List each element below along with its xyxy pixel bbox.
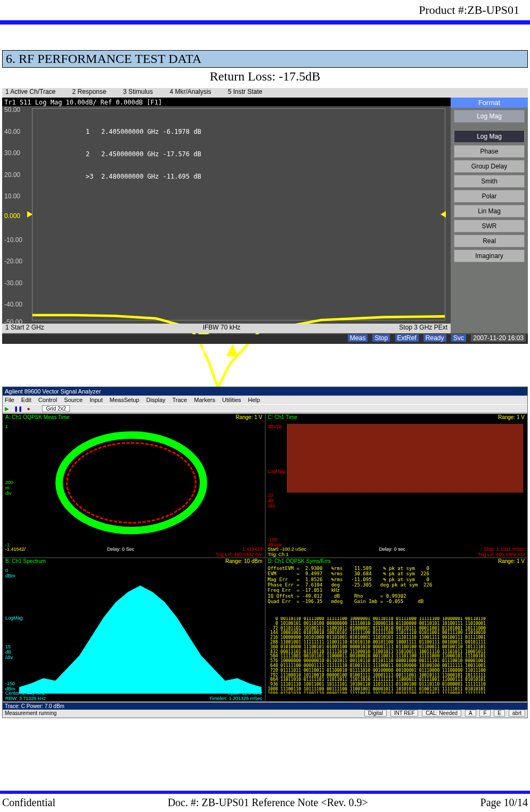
menu-item[interactable]: File [5,397,14,403]
foot-m: Delay: 0 sec [379,546,405,557]
format-btn-groupdelay[interactable]: Group Delay [454,160,525,173]
status-cell: abrt [509,710,525,717]
svg-marker-1 [226,344,239,356]
status-cell: INT REF [390,710,419,717]
status-right: Stop 3 GHz PExt [399,324,447,333]
y3: 15 dB /div [5,644,13,660]
ytick-ref: 0.000 [4,212,20,220]
format-btn-imaginary[interactable]: Imaginary [454,250,525,262]
play-icon[interactable]: ▶ [5,406,9,412]
menu-item[interactable]: Edit [21,397,31,403]
plot-area: 1 3 2 1 2.405000000 GHz -6.1978 dB 2 2.4… [32,108,445,320]
menu-item[interactable]: Help [248,397,260,403]
section-title: 6. RF PERFORMANCE TEST DATA [2,50,528,68]
menu-item[interactable]: 2 Response [72,88,107,95]
header-rule [0,20,530,25]
footer-rule [0,791,530,794]
tag: Ready [423,334,446,342]
trace-status: Trace: C Power: 7.0 dBm [3,703,527,710]
network-analyzer-screenshot: 1 Active Ch/Trace 2 Response 3 Stimulus … [2,88,528,344]
return-loss-subheading: Return Loss: -17.5dB [0,69,530,84]
menu-item[interactable]: Source [64,397,83,403]
menu-item[interactable]: 5 Instr State [228,88,263,95]
tag: Svc [451,334,466,342]
menu-item[interactable]: Input [89,397,102,403]
meas-status: Measurement running [5,710,56,716]
page-footer: Confidential Doc. #: ZB-UPS01 Reference … [2,797,528,809]
y4: -150 dBm [5,681,15,692]
symbol-bit-table: 0 00110110 01111000 11111100 10000001 00… [268,617,525,694]
pane-b-spectrum: B: Ch1 Spectrum Range: 10 dBm 0 dBm LogM… [3,558,265,702]
foot-l: -1.41542/ [5,546,26,557]
record-icon[interactable]: ● [27,406,30,412]
y-top: 0 dBm [5,568,15,578]
menu-item[interactable]: 4 Mkr/Analysis [169,88,211,95]
menu-item[interactable]: Trace [172,397,187,403]
format-btn-phase[interactable]: Phase [454,145,525,158]
footer-left: Confidential [2,797,55,809]
status-cell: F [479,710,490,717]
format-btn-linmag[interactable]: Lin Mag [454,205,525,218]
foot-r: Span: 12.8 MHz Timelen: 1.201328 mSec [209,690,263,701]
ytick: 50.00 [4,106,20,114]
menu-item[interactable]: Control [38,397,57,403]
ytick: -20.00 [4,258,22,265]
ref-marker-left [27,211,32,218]
pane-range: Range: 1 V [498,414,525,420]
status-mid: IFBW 70 kHz [203,324,241,333]
vsa-titlebar: Agilent 89600 Vector Signal Analyzer [3,387,527,396]
analyzer-menubar: 1 Active Ch/Trace 2 Response 3 Stimulus … [2,88,528,98]
footer-center: Doc. #: ZB-UPS01 Reference Note <Rev. 0.… [168,797,368,809]
format-btn-real[interactable]: Real [454,235,525,247]
pane-range: Range: 1 V [498,558,525,564]
analyzer-bottom-bar: Meas Stop ExtRef Ready Svc 2007-11-20 16… [2,334,528,344]
footer-right: Page 10/14 [480,797,528,809]
marker-row: 1 2.405000000 GHz -6.1978 dB [86,128,201,135]
pane-a-iq: A: Ch1 OQPSK Meas Time Range: 1 V 1 200 … [3,414,265,558]
svg-text:1: 1 [201,345,206,354]
vsa-toolbar: ▶ ❚❚ ● Grid 2x2 [3,404,527,413]
ytick: 40.00 [4,128,20,135]
y-axis-labels: 50.00 40.00 30.00 20.00 10.00 0.000 -10.… [4,106,30,323]
ytick: -30.00 [4,279,22,287]
spectrum-plot [19,567,262,694]
y2: LogMag [268,469,286,474]
menu-item[interactable]: 1 Active Ch/Trace [5,88,55,95]
format-btn-polar[interactable]: Polar [454,190,525,203]
tag: Stop [372,334,390,342]
menu-item[interactable]: Display [146,397,166,403]
grid-selector[interactable]: Grid 2x2 [42,405,70,412]
y4: -100 dBVpk [268,537,282,548]
menu-item[interactable]: Utilities [222,397,241,403]
error-summary-table: OffsetEVM = 2.9300 %rms 11.589 % pk at s… [268,566,525,604]
status-left: 1 Start 2 GHz [5,324,44,333]
format-btn-smith[interactable]: Smith [454,175,525,188]
iq-constellation-ring [55,431,207,534]
pane-c-time: C: Ch1 Time Range: 1 V dBVpk LogMag 10 d… [265,414,528,558]
pane-range: Range: 1 V [235,414,262,420]
format-btn-swr[interactable]: SWR [454,220,525,232]
tag: Meas [348,334,368,342]
marker-readout: 1 2.405000000 GHz -6.1978 dB 2 2.4500000… [86,113,201,195]
timestamp: 2007-11-20 16:03 [471,334,526,342]
format-btn-logmag-big[interactable]: Log Mag [454,130,525,143]
menu-item[interactable]: Markers [194,397,215,403]
ytick: 20.00 [4,171,20,179]
pane-title: B: Ch1 Spectrum [5,558,46,564]
menu-item[interactable]: MeasSetup [110,397,140,403]
status-cell: CAL: Needed [422,710,461,717]
foot-m: Delay: 0 Sec [107,546,134,557]
vsa-menubar: File Edit Control Source Input MeasSetup… [3,396,527,404]
menu-item[interactable]: 3 Stimulus [123,88,153,95]
status-cell: A [465,710,476,717]
format-header: Format [451,98,528,108]
pane-range: Range: 10 dBm [225,558,263,564]
ytick: -10.00 [4,236,22,244]
status-cell: Digital [364,710,387,717]
pause-icon[interactable]: ❚❚ [14,406,22,412]
format-btn-logmag[interactable]: Log Mag [454,110,525,123]
y-mid: 200 m div [5,480,13,496]
foot-l: Center: 2.445 GHz RBW: 3.71328 kHz [5,690,46,701]
time-burst [287,424,524,493]
foot-r: 1.415423 Trig Lvl: 490.0302 mV [216,546,263,557]
